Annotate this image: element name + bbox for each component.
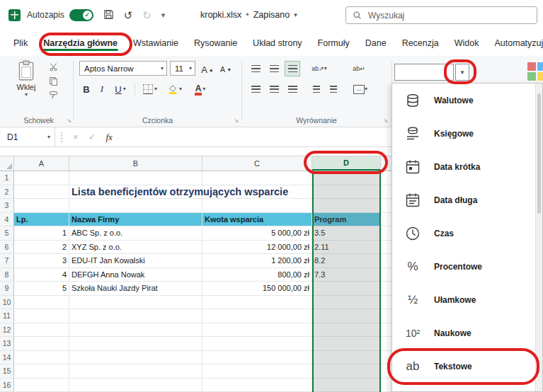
cell-c14[interactable] bbox=[202, 351, 312, 365]
wrap-text-button[interactable]: ab↵ bbox=[348, 61, 370, 76]
cell-c4[interactable]: Kwota wsparcia bbox=[202, 213, 312, 227]
row-header-8[interactable]: 8 bbox=[0, 268, 14, 282]
cell-a9[interactable]: 5 bbox=[14, 282, 69, 296]
cell-c1[interactable] bbox=[202, 171, 312, 185]
bold-button[interactable]: B bbox=[79, 81, 93, 97]
cell-b6[interactable]: XYZ Sp. z o.o. bbox=[69, 241, 202, 255]
cell-c8[interactable]: 800,00 zł bbox=[202, 268, 312, 282]
tab-widok[interactable]: Widok bbox=[447, 32, 487, 54]
column-header-b[interactable]: B bbox=[69, 156, 202, 171]
row-header-16[interactable]: 16 bbox=[0, 379, 14, 392]
cell-d7[interactable]: 8.2 bbox=[312, 254, 381, 268]
row-header-12[interactable]: 12 bbox=[0, 323, 14, 338]
menu-item-czas[interactable]: Czas bbox=[392, 217, 536, 250]
font-color-button[interactable]: A ▾ bbox=[190, 81, 211, 97]
align-middle-button[interactable] bbox=[266, 61, 282, 76]
cell-d5[interactable]: 3.5 bbox=[312, 226, 381, 241]
copy-button[interactable] bbox=[47, 76, 59, 86]
underline-button[interactable]: U ▾ bbox=[110, 81, 130, 97]
cell-d11[interactable] bbox=[312, 309, 381, 323]
row-header-1[interactable]: 1 bbox=[0, 171, 14, 185]
cell-d12[interactable] bbox=[312, 323, 381, 338]
cell-c6[interactable]: 12 000,00 zł bbox=[202, 241, 312, 255]
cell-a2[interactable] bbox=[14, 185, 69, 200]
cut-button[interactable] bbox=[47, 62, 59, 71]
cell-a16[interactable] bbox=[14, 379, 69, 392]
orientation-button[interactable]: ab↗ ▾ bbox=[309, 61, 330, 76]
insert-function-button[interactable]: fx bbox=[106, 132, 113, 143]
cell-d6[interactable]: 2.11 bbox=[312, 241, 381, 255]
font-name-select[interactable]: Aptos Narrow ▾ bbox=[79, 61, 167, 76]
row-header-3[interactable]: 3 bbox=[0, 199, 14, 213]
font-size-select[interactable]: 11 ▾ bbox=[170, 61, 195, 76]
cell-b5[interactable]: ABC Sp. z o.o. bbox=[69, 226, 202, 241]
select-all-corner[interactable] bbox=[0, 156, 14, 171]
tab-wstawianie[interactable]: Wstawianie bbox=[125, 32, 186, 54]
menu-item-walutowe[interactable]: Walutowe bbox=[392, 83, 536, 117]
quick-access-caret-icon[interactable]: ▾ bbox=[161, 10, 166, 21]
column-header-a[interactable]: A bbox=[14, 156, 69, 171]
cell-c11[interactable] bbox=[202, 309, 312, 323]
cell-a13[interactable] bbox=[14, 337, 69, 351]
cell-d8[interactable]: 7.3 bbox=[312, 268, 381, 282]
menu-scrollbar-thumb[interactable] bbox=[537, 93, 541, 214]
tab-rysowanie[interactable]: Rysowanie bbox=[186, 32, 245, 54]
menu-item-u-amkowe[interactable]: ½Ułamkowe bbox=[392, 283, 536, 316]
cell-b14[interactable] bbox=[69, 351, 202, 365]
cell-b10[interactable] bbox=[69, 296, 202, 310]
tab-narz-dzia-g-wne[interactable]: Narzędzia główne bbox=[35, 32, 125, 54]
paste-button[interactable]: Wklej ▾ bbox=[10, 60, 42, 110]
alignment-dialog-launcher-icon[interactable]: ↘ bbox=[383, 117, 388, 124]
format-painter-button[interactable] bbox=[47, 90, 59, 100]
column-header-c[interactable]: C bbox=[202, 156, 312, 171]
cell-a3[interactable] bbox=[14, 199, 69, 213]
cell-b4[interactable]: Nazwa Firmy bbox=[69, 213, 202, 227]
increase-indent-button[interactable] bbox=[326, 81, 341, 97]
cell-c3[interactable] bbox=[202, 199, 312, 213]
cell-b15[interactable] bbox=[69, 364, 202, 379]
cell-d15[interactable] bbox=[312, 364, 381, 379]
cell-c16[interactable] bbox=[202, 379, 312, 392]
autosave-toggle[interactable]: ✓ bbox=[69, 9, 93, 21]
cell-b1[interactable] bbox=[69, 171, 202, 185]
cell-c12[interactable] bbox=[202, 323, 312, 338]
cell-d16[interactable] bbox=[312, 379, 381, 392]
column-header-d[interactable]: D bbox=[312, 156, 381, 171]
align-right-button[interactable] bbox=[285, 81, 300, 97]
undo-button[interactable]: ↺ bbox=[124, 10, 133, 21]
decrease-font-button[interactable]: A▼ bbox=[218, 62, 234, 77]
save-button[interactable] bbox=[103, 9, 114, 21]
cell-a6[interactable]: 2 bbox=[14, 241, 69, 255]
cell-a11[interactable] bbox=[14, 309, 69, 323]
menu-item-data-d-uga[interactable]: Data długa bbox=[392, 183, 536, 217]
row-header-11[interactable]: 11 bbox=[0, 309, 14, 323]
cell-a4[interactable]: Lp. bbox=[14, 213, 69, 227]
cell-a15[interactable] bbox=[14, 364, 69, 379]
cell-a5[interactable]: 1 bbox=[14, 226, 69, 241]
menu-item-ksi-gowe[interactable]: Księgowe bbox=[392, 117, 536, 150]
clipboard-dialog-launcher-icon[interactable]: ↘ bbox=[67, 117, 72, 124]
tab-dane[interactable]: Dane bbox=[358, 32, 394, 54]
cell-b13[interactable] bbox=[69, 337, 202, 351]
decrease-indent-button[interactable] bbox=[309, 81, 324, 97]
cell-b11[interactable] bbox=[69, 309, 202, 323]
tab-automatyzuj[interactable]: Automatyzuj bbox=[487, 32, 543, 54]
cell-d10[interactable] bbox=[312, 296, 381, 310]
menu-item-procentowe[interactable]: %Procentowe bbox=[392, 250, 536, 283]
search-input[interactable]: Wyszukaj bbox=[345, 6, 537, 24]
cell-a7[interactable]: 3 bbox=[14, 254, 69, 268]
cell-b8[interactable]: DEFGH Anna Nowak bbox=[69, 268, 202, 282]
cell-b12[interactable] bbox=[69, 323, 202, 338]
cell-d13[interactable] bbox=[312, 337, 381, 351]
cell-a10[interactable] bbox=[14, 296, 69, 310]
fill-color-button[interactable]: ▾ bbox=[164, 81, 185, 97]
row-header-13[interactable]: 13 bbox=[0, 337, 14, 351]
cell-d14[interactable] bbox=[312, 351, 381, 365]
cell-d4[interactable]: Program bbox=[312, 213, 381, 227]
tab-formu-y[interactable]: Formuły bbox=[310, 32, 358, 54]
number-format-select[interactable] bbox=[394, 64, 454, 81]
cell-d2[interactable] bbox=[312, 185, 381, 200]
cell-d1[interactable] bbox=[312, 171, 381, 185]
cell-b9[interactable]: Szkoła Nauki Jazdy Pirat bbox=[69, 282, 202, 296]
cell-b7[interactable]: EDU-IT Jan Kowalski bbox=[69, 254, 202, 268]
